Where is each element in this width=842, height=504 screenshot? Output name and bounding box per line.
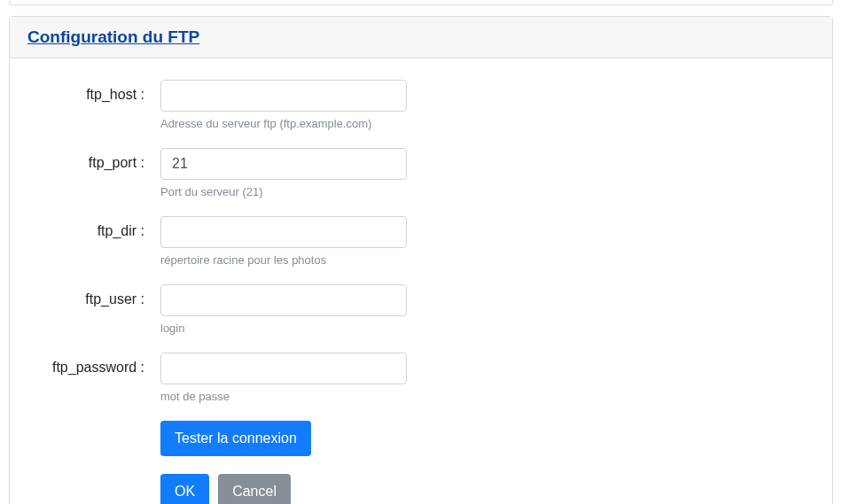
- ok-button[interactable]: OK: [160, 474, 209, 504]
- panel-title-link[interactable]: Configuration du FTP: [27, 27, 199, 46]
- ftp-user-help: login: [160, 322, 407, 335]
- row-ftp-dir: ftp_dir : répertoire racine pour les pho…: [27, 216, 815, 267]
- ftp-password-input[interactable]: [160, 353, 407, 384]
- test-connection-button[interactable]: Tester la connexion: [160, 421, 311, 456]
- ftp-config-panel: Configuration du FTP ftp_host : Adresse …: [9, 16, 833, 504]
- row-ftp-password: ftp_password : mot de passe: [27, 353, 815, 403]
- ftp-port-input[interactable]: [160, 148, 407, 180]
- panel-body: ftp_host : Adresse du serveur ftp (ftp.e…: [10, 58, 832, 504]
- ftp-host-help: Adresse du serveur ftp (ftp.example.com): [160, 117, 407, 130]
- ftp-dir-help: répertoire racine pour les photos: [160, 253, 407, 267]
- ftp-host-input[interactable]: [160, 80, 407, 112]
- ftp-user-label: ftp_user :: [27, 284, 160, 307]
- ftp-dir-label: ftp_dir :: [27, 216, 160, 239]
- ftp-host-label: ftp_host :: [27, 80, 160, 103]
- ftp-password-label: ftp_password :: [27, 353, 160, 376]
- cancel-button[interactable]: Cancel: [218, 474, 291, 504]
- panel-header: Configuration du FTP: [10, 17, 832, 58]
- ftp-dir-input[interactable]: [160, 216, 407, 248]
- ftp-port-help: Port du serveur (21): [160, 185, 407, 198]
- row-ftp-user: ftp_user : login: [27, 284, 815, 335]
- row-ftp-host: ftp_host : Adresse du serveur ftp (ftp.e…: [27, 80, 815, 130]
- prev-panel-tail: [9, 0, 833, 5]
- ftp-user-input[interactable]: [160, 284, 407, 316]
- row-ftp-port: ftp_port : Port du serveur (21): [27, 148, 815, 198]
- row-test: Tester la connexion: [27, 421, 815, 456]
- row-actions: OK Cancel: [27, 474, 815, 504]
- ftp-port-label: ftp_port :: [27, 148, 160, 171]
- ftp-password-help: mot de passe: [160, 390, 407, 403]
